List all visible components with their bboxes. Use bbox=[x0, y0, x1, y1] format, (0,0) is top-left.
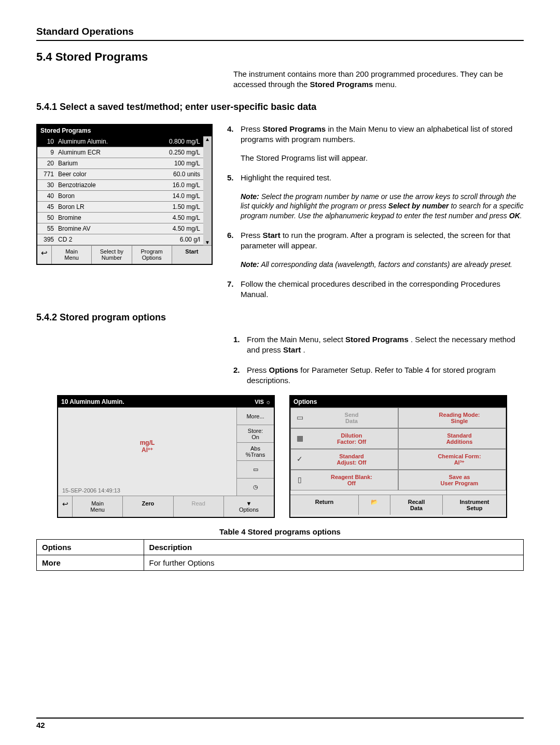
list-item[interactable]: 40Boron14.0 mg/L bbox=[37, 191, 203, 202]
abs-trans-button[interactable]: Abs %Trans bbox=[237, 443, 274, 460]
s1-pre: From the Main Menu, select bbox=[247, 335, 345, 344]
datetime-label: 15-SEP-2006 14:49:13 bbox=[58, 485, 236, 496]
step-number: 6. bbox=[227, 230, 241, 269]
vis-indicator: VIS ☼ bbox=[255, 399, 271, 405]
program-name: Beer color bbox=[58, 171, 159, 178]
program-number: 395 bbox=[40, 236, 58, 243]
list-item[interactable]: 50Bromine4.50 mg/L bbox=[37, 213, 203, 223]
section-5-4-1-title: 5.4.1 Select a saved test/method; enter … bbox=[36, 102, 524, 113]
note-body: All corresponding data (wavelength, fact… bbox=[259, 260, 512, 269]
program-number: 9 bbox=[40, 149, 58, 156]
option-cell[interactable]: ▭Send Data bbox=[290, 407, 398, 428]
program-value: 0.800 mg/L bbox=[159, 138, 200, 145]
program-name: Barium bbox=[58, 160, 159, 167]
program-name: CD 2 bbox=[58, 236, 159, 243]
options-button[interactable]: ▼ Options bbox=[224, 496, 274, 517]
option-cell[interactable]: Reading Mode: Single bbox=[398, 407, 506, 428]
step-number: 1. bbox=[233, 334, 247, 356]
zero-button[interactable]: Zero bbox=[123, 496, 173, 517]
list-item[interactable]: 9Aluminum ECR0.250 mg/L bbox=[37, 147, 203, 158]
option-icon bbox=[402, 433, 413, 444]
read-button[interactable]: Read bbox=[174, 496, 224, 517]
option-label: Save as User Program bbox=[416, 474, 502, 486]
stored-programs-box: Stored Programs 10Aluminum Alumin.0.800 … bbox=[36, 124, 213, 265]
form-icon[interactable]: ▭ bbox=[237, 461, 274, 479]
page-number: 42 bbox=[36, 721, 45, 729]
option-icon: ▯ bbox=[294, 474, 305, 486]
option-cell[interactable]: ▦Dilution Factor: Off bbox=[290, 428, 398, 449]
program-value: 0.250 mg/L bbox=[159, 149, 200, 156]
step-number: 7. bbox=[227, 279, 241, 300]
start-button[interactable]: Start bbox=[172, 246, 212, 264]
scroll-down-icon[interactable]: ▼ bbox=[205, 240, 210, 245]
return-button[interactable]: Return bbox=[290, 495, 359, 515]
program-number: 30 bbox=[40, 181, 58, 189]
main-menu-button[interactable]: Main Menu bbox=[73, 496, 123, 517]
note-bold: Select by number bbox=[388, 202, 449, 210]
scrollbar[interactable]: ▲ ▼ bbox=[203, 136, 212, 245]
timer-icon[interactable]: ◷ bbox=[237, 479, 274, 496]
option-icon: ▭ bbox=[294, 412, 305, 424]
program-number: 40 bbox=[40, 192, 58, 200]
option-cell[interactable]: Chemical Form: Al³⁺ bbox=[398, 449, 506, 470]
option-label: Standard Additions bbox=[416, 432, 502, 445]
option-cell[interactable]: Save as User Program bbox=[398, 470, 506, 490]
options-panel: Options ▭Send DataReading Mode: Single▦D… bbox=[289, 395, 507, 518]
program-number: 771 bbox=[40, 171, 58, 178]
note-tail: . bbox=[520, 212, 522, 220]
step6-note: Note: All corresponding data (wavelength… bbox=[241, 260, 524, 270]
list-item[interactable]: 10Aluminum Alumin.0.800 mg/L bbox=[37, 136, 203, 147]
program-name: Aluminum Alumin. bbox=[58, 138, 159, 145]
program-name: Boron LR bbox=[58, 203, 159, 210]
list-item[interactable]: 45Boron LR1.50 mg/L bbox=[37, 202, 203, 213]
program-number: 55 bbox=[40, 225, 58, 232]
table4-caption: Table 4 Stored programs options bbox=[36, 527, 524, 536]
option-label: Chemical Form: Al³⁺ bbox=[416, 453, 502, 466]
back-button[interactable]: ↩ bbox=[37, 246, 52, 264]
program-value: 4.50 mg/L bbox=[159, 225, 200, 232]
step-number: 2. bbox=[233, 365, 247, 386]
select-by-number-button[interactable]: Select by Number bbox=[92, 246, 132, 264]
program-number: 50 bbox=[40, 214, 58, 221]
unit-al3: Al³⁺ bbox=[142, 446, 153, 454]
list-item[interactable]: 20Barium100 mg/L bbox=[37, 158, 203, 169]
s1-bold: Stored Programs bbox=[345, 335, 409, 344]
table4: Options Description More For further Opt… bbox=[36, 539, 524, 571]
scroll-up-icon[interactable]: ▲ bbox=[205, 136, 210, 142]
store-button[interactable]: Store: On bbox=[237, 425, 274, 443]
folder-icon[interactable]: 📂 bbox=[359, 495, 390, 515]
program-value: 4.50 mg/L bbox=[159, 214, 200, 221]
program-value: 60.0 units bbox=[159, 171, 200, 178]
table4-cell-option: More bbox=[37, 555, 144, 571]
program-name: Bromine AV bbox=[58, 225, 159, 232]
program-options-button[interactable]: Program Options bbox=[132, 246, 172, 264]
step5-note: Note: Select the program number by name … bbox=[241, 192, 524, 221]
back-button[interactable]: ↩ bbox=[58, 496, 73, 517]
list-item[interactable]: 771Beer color60.0 units bbox=[37, 169, 203, 180]
unit-mgL: mg/L bbox=[140, 439, 155, 446]
intro-tail: menu. bbox=[375, 80, 397, 89]
option-icon bbox=[402, 412, 413, 424]
option-label: Dilution Factor: Off bbox=[309, 432, 395, 445]
list-item[interactable]: 30Benzotriazole16.0 mg/L bbox=[37, 180, 203, 191]
step4-bold: Stored Programs bbox=[263, 124, 326, 133]
list-item[interactable]: 395CD 26.00 g/l bbox=[37, 234, 203, 245]
option-cell[interactable]: ▯Reagent Blank: Off bbox=[290, 470, 398, 490]
step6-pre: Press bbox=[241, 231, 263, 240]
stored-programs-buttons: ↩ Main Menu Select by Number Program Opt… bbox=[37, 245, 212, 264]
option-cell[interactable]: ✓Standard Adjust: Off bbox=[290, 449, 398, 470]
option-cell[interactable]: Standard Additions bbox=[398, 428, 506, 449]
s2-pre: Press bbox=[247, 366, 269, 374]
program-number: 20 bbox=[40, 160, 58, 167]
s1-bold2: Start bbox=[283, 345, 301, 354]
recall-data-button[interactable]: Recall Data bbox=[390, 495, 443, 515]
option-icon bbox=[402, 454, 413, 465]
more-button[interactable]: More... bbox=[237, 407, 274, 425]
table4-header-description: Description bbox=[144, 540, 523, 555]
instructions-5-4-1: 4. Press Stored Programs in the Main Men… bbox=[227, 124, 524, 300]
step5-text: Highlight the required test. bbox=[241, 173, 331, 182]
main-menu-button[interactable]: Main Menu bbox=[52, 246, 92, 264]
list-item[interactable]: 55Bromine AV4.50 mg/L bbox=[37, 223, 203, 234]
instrument-setup-button[interactable]: Instrument Setup bbox=[443, 495, 506, 515]
program-value: 6.00 g/l bbox=[159, 236, 200, 243]
